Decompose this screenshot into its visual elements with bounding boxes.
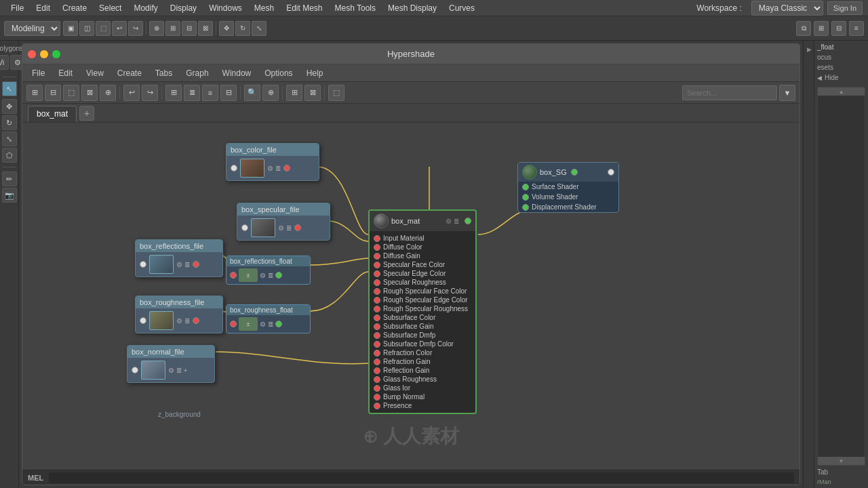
node-box-roughness-float[interactable]: box_roughness_float ± ⚙ ≣ [226,304,311,333]
hs-toolbar-btn-5[interactable]: ⊕ [100,85,116,101]
hs-menu-create[interactable]: Create [112,67,147,79]
toolbar-btn-5[interactable]: ↪ [128,21,143,36]
tool-rotate[interactable]: ↻ [2,115,17,130]
menu-select[interactable]: Select [94,2,127,14]
mat-port-rough-spec-face[interactable] [374,288,380,295]
hs-toolbar-btn-9[interactable]: ≣ [184,85,200,101]
hs-menu-options[interactable]: Options [259,67,298,79]
mat-port-spec-edge[interactable] [374,270,380,277]
hs-menu-window[interactable]: Window [217,67,257,79]
tab-add-button[interactable]: + [79,106,94,121]
hs-menu-file[interactable]: File [26,67,50,79]
toolbar-btn-9[interactable]: ⊠ [198,21,213,36]
node-roughf-port-in[interactable] [230,321,237,327]
mat-port-out[interactable] [465,218,471,224]
mat-port-presence[interactable] [374,403,380,409]
hs-toolbar-btn-14[interactable]: ⊞ [286,85,302,101]
sign-in-button[interactable]: Sign In [827,1,863,15]
node-normal-port-in[interactable] [132,367,138,373]
node-port-in-color[interactable] [231,165,237,171]
node-roughfile-port-in[interactable] [140,317,146,324]
toolbar-btn-scale[interactable]: ⤡ [252,21,267,36]
hs-toolbar-btn-6[interactable]: ↩ [123,85,140,101]
toolbar-btn-2[interactable]: ◫ [79,21,94,36]
search-input[interactable] [682,85,777,100]
node-roughfile-port-out[interactable] [193,317,199,324]
node-box-normal-file[interactable]: box_normal_file ⚙ ≣ + [127,345,215,383]
tool-lasso[interactable]: ⬠ [2,148,17,163]
mel-input[interactable] [49,472,794,483]
hs-menu-help[interactable]: Help [301,67,329,79]
toolbar-btn-extra3[interactable]: ⊟ [831,21,846,36]
node-reflf-port-in[interactable] [230,272,237,279]
hs-toolbar-btn-2[interactable]: ⊟ [45,85,61,101]
hs-toolbar-btn-4[interactable]: ⊠ [81,85,98,101]
toolbar-btn-4[interactable]: ↩ [112,21,127,36]
mat-port-bump[interactable] [374,394,380,401]
menu-curves[interactable]: Curves [443,2,480,14]
modeling-dropdown[interactable]: Modeling [4,21,60,36]
hs-toolbar-btn-12[interactable]: 🔍 [244,85,260,101]
mat-port-refr-color[interactable] [374,350,380,357]
mat-port-input-material[interactable] [374,235,380,242]
menu-windows[interactable]: Windows [203,2,248,14]
mat-port-rough-spec-rough[interactable] [374,306,380,312]
hs-menu-view[interactable]: View [81,67,109,79]
hs-toolbar-btn-15[interactable]: ⊠ [304,85,321,101]
search-dropdown[interactable]: ▼ [779,85,795,101]
menu-file[interactable]: File [5,2,29,14]
hs-toolbar-btn-13[interactable]: ⊕ [262,85,279,101]
menu-mesh-tools[interactable]: Mesh Tools [330,2,381,14]
mat-port-sub-gain[interactable] [374,323,380,330]
hs-toolbar-btn-8[interactable]: ⊞ [165,85,182,101]
toolbar-btn-3[interactable]: ⬚ [96,21,111,36]
menu-display[interactable]: Display [165,2,202,14]
mat-port-refr-gain[interactable] [374,359,380,365]
node-specular-port-in[interactable] [241,224,248,231]
tool-select[interactable]: ↖ [2,81,17,96]
mat-port-spec-rough[interactable] [374,279,380,286]
toolbar-btn-6[interactable]: ⊕ [149,21,164,36]
node-reflfile-port-out[interactable] [193,261,199,268]
window-minimize-button[interactable] [40,50,48,58]
menu-workspace[interactable]: Workspace : [691,2,747,14]
sg-port-out[interactable] [608,169,614,176]
node-box-sg[interactable]: box_SG Surface Shader Volume Shader [517,162,619,213]
node-box-color-file[interactable]: box_color_file ⚙ ≣ [226,143,319,181]
node-box-roughness-file[interactable]: box_roughness_file ⚙ ≣ [135,296,223,333]
node-port-out-color[interactable] [283,165,290,171]
toolbar-btn-extra2[interactable]: ⊞ [814,21,829,36]
hs-toolbar-btn-1[interactable]: ⊞ [26,85,43,101]
node-reflfile-port-in[interactable] [140,261,146,268]
hs-menu-tabs[interactable]: Tabs [150,67,178,79]
mat-port-diffuse-gain[interactable] [374,253,380,260]
tool-scale[interactable]: ⤡ [2,131,17,146]
menu-mesh[interactable]: Mesh [249,2,279,14]
hs-toolbar-btn-10[interactable]: ≡ [202,85,218,101]
mat-port-glass-ior[interactable] [374,385,380,392]
mat-port-sub-dmfp-color[interactable] [374,341,380,348]
menu-create[interactable]: Create [57,2,92,14]
window-maximize-button[interactable] [52,50,60,58]
mat-port-glass-rough[interactable] [374,376,380,383]
hs-toolbar-btn-16[interactable]: ⬚ [328,85,344,101]
node-box-specular-file[interactable]: box_specular_file ⚙ ≣ [237,203,330,241]
menu-mesh-display[interactable]: Mesh Display [382,2,442,14]
tool-paint[interactable]: ✏ [2,171,17,186]
tool-camera[interactable]: 📷 [2,188,17,203]
hs-toolbar-btn-7[interactable]: ↪ [142,85,158,101]
mat-port-sub-dmfp[interactable] [374,332,380,339]
tab-box-mat[interactable]: box_mat [28,106,77,122]
mat-port-spec-face[interactable] [374,262,380,268]
sg-port-in[interactable] [571,169,578,176]
toolbar-btn-extra1[interactable]: ⧉ [796,21,811,36]
hs-toolbar-btn-11[interactable]: ⊟ [220,85,237,101]
sg-port-surface[interactable] [522,184,529,190]
menu-modify[interactable]: Modify [128,2,163,14]
hs-menu-graph[interactable]: Graph [180,67,214,79]
mat-port-sub-color[interactable] [374,314,380,321]
window-close-button[interactable] [28,50,36,58]
scroll-down-btn[interactable]: ▼ [818,457,865,465]
mat-port-rough-spec-edge[interactable] [374,297,380,304]
sg-port-displacement[interactable] [522,204,529,211]
